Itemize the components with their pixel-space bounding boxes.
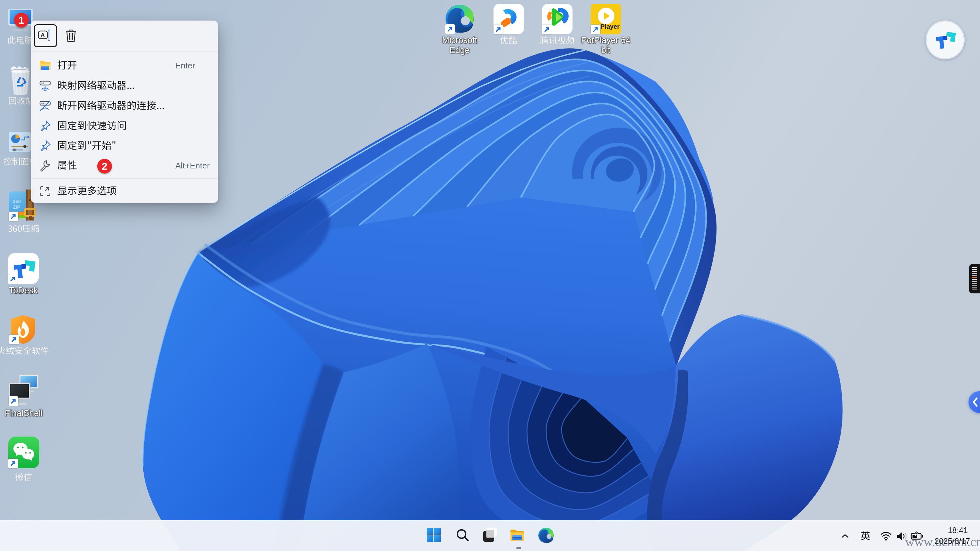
svg-text:A: A bbox=[41, 32, 45, 38]
svg-text:Player: Player bbox=[600, 23, 619, 30]
svg-text:360: 360 bbox=[13, 198, 21, 204]
svg-text:ZIP: ZIP bbox=[13, 204, 20, 210]
